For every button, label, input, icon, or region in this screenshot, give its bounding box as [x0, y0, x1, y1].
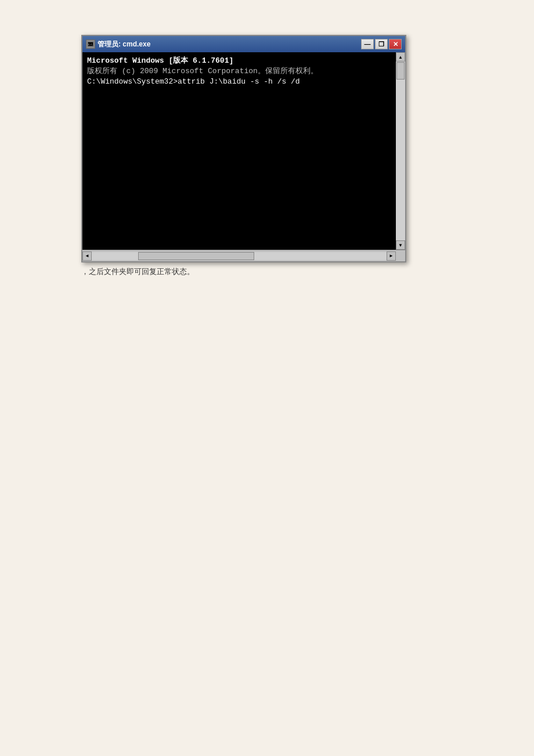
scroll-down-button[interactable]: ▼ — [396, 240, 405, 250]
window-title: 管理员: cmd.exe — [98, 39, 150, 49]
terminal-line-2: 版权所有 (c) 2009 Microsoft Corporation。保留所有… — [87, 66, 391, 77]
hscroll-track[interactable] — [92, 252, 387, 260]
caption-area: ，之后文件夹即可回复正常状态。 — [81, 266, 453, 277]
scroll-up-button[interactable]: ▲ — [396, 52, 405, 62]
titlebar-buttons: — ❐ ✕ — [361, 39, 402, 49]
hscroll-thumb[interactable] — [138, 252, 254, 260]
cmd-icon-inner — [88, 42, 93, 46]
restore-button[interactable]: ❐ — [375, 39, 388, 49]
vertical-scrollbar: ▲ ▼ — [396, 52, 405, 250]
cmd-bottom-bar: ◄ ► — [82, 250, 405, 261]
scrollbar-track[interactable] — [396, 62, 405, 240]
terminal-line-1: Microsoft Windows [版本 6.1.7601] — [87, 56, 391, 66]
caption-suffix: ，之后文件夹即可回复正常状态。 — [81, 267, 194, 276]
cmd-app-icon — [86, 39, 95, 49]
cmd-titlebar: 管理员: cmd.exe — ❐ ✕ — [82, 36, 405, 52]
close-button[interactable]: ✕ — [389, 39, 402, 49]
scrollbar-corner — [396, 251, 405, 261]
titlebar-left: 管理员: cmd.exe — [86, 39, 150, 49]
page-container: 管理员: cmd.exe — ❐ ✕ Microsoft Windows [版本… — [0, 0, 534, 756]
minimize-button[interactable]: — — [361, 39, 374, 49]
terminal-line-4: C:\Windows\System32>attrib J:\baidu -s -… — [87, 77, 391, 87]
cmd-window: 管理员: cmd.exe — ❐ ✕ Microsoft Windows [版本… — [81, 35, 406, 262]
cmd-body: Microsoft Windows [版本 6.1.7601] 版权所有 (c)… — [82, 52, 405, 250]
scroll-left-button[interactable]: ◄ — [82, 251, 92, 261]
scrollbar-thumb[interactable] — [396, 62, 405, 80]
cmd-content-area[interactable]: Microsoft Windows [版本 6.1.7601] 版权所有 (c)… — [82, 52, 396, 250]
scroll-right-button[interactable]: ► — [387, 251, 396, 261]
